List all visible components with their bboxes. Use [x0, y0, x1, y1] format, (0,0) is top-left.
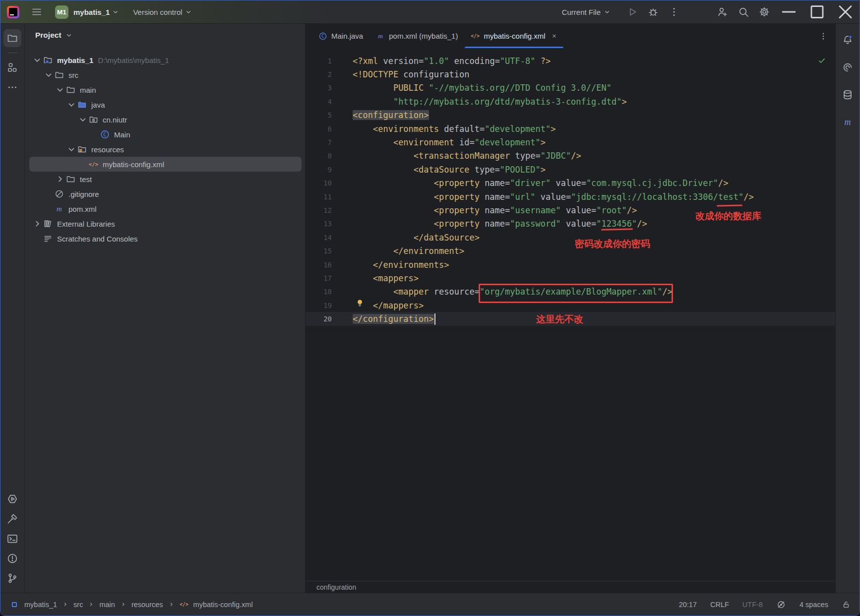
line-number: 6	[306, 125, 353, 133]
code-line-8[interactable]: 8 <transactionManager type="JDBC"/>	[306, 149, 835, 163]
chevron-down-icon[interactable]	[43, 69, 54, 80]
code-token: >	[541, 165, 546, 175]
lock-open-icon[interactable]	[842, 600, 851, 609]
tool-window-button-database[interactable]	[839, 86, 857, 104]
indent-widget[interactable]: 4 spaces	[799, 601, 828, 609]
project-badge[interactable]: M1	[55, 5, 68, 19]
tree-item-Main[interactable]: CMain	[29, 127, 302, 142]
tab-options-icon[interactable]	[818, 31, 828, 41]
breadcrumb-item[interactable]: mybatis-config.xml	[193, 601, 253, 609]
svg-text:</>: </>	[471, 33, 480, 39]
tree-item-java[interactable]: java	[29, 97, 302, 112]
tree-item-main[interactable]: main	[29, 82, 302, 97]
tool-window-button-problems[interactable]	[3, 550, 21, 567]
editor-tab-mybatis-config.xml[interactable]: </>mybatis-config.xml	[464, 24, 563, 48]
settings-gear-icon[interactable]	[754, 6, 775, 18]
tree-item-mybatis_1[interactable]: mybatis_1D:\mybatis\mybatis_1	[29, 53, 302, 67]
tool-window-button-structure[interactable]	[3, 59, 21, 76]
code-line-14[interactable]: 14 </dataSource>	[306, 231, 835, 244]
inspections-ok-icon[interactable]	[817, 56, 826, 65]
code-line-17[interactable]: 17 <mappers>	[306, 271, 835, 285]
code-line-4[interactable]: 4 "http://mybatis.org/dtd/mybatis-3-conf…	[306, 95, 835, 108]
tree-item-cn.niutr[interactable]: cn.niutr	[29, 112, 302, 127]
code-with-me-icon[interactable]	[712, 6, 733, 18]
tree-item-label: pom.xml	[68, 205, 97, 213]
line-ending-widget[interactable]: CRLF	[710, 601, 729, 609]
chevron-down-icon[interactable]	[32, 55, 43, 65]
run-button[interactable]	[622, 6, 643, 18]
svg-text:m: m	[378, 32, 383, 40]
code-line-11[interactable]: 11 <property name="url" value="jdbc:mysq…	[306, 190, 835, 203]
tool-window-button-run[interactable]	[3, 490, 21, 508]
code-line-10[interactable]: 10 <property name="driver" value="com.my…	[306, 177, 835, 190]
chevron-down-icon[interactable]	[55, 84, 65, 95]
code-token	[353, 83, 393, 93]
code-token	[353, 178, 434, 188]
maximize-button[interactable]	[803, 0, 831, 23]
tool-window-button-ai-assistant[interactable]	[839, 59, 857, 76]
minimize-button[interactable]	[775, 0, 803, 23]
main-menu-icon[interactable]	[28, 3, 46, 20]
breadcrumb-tag[interactable]: configuration	[316, 583, 356, 591]
search-everywhere-icon[interactable]	[733, 6, 754, 18]
intention-bulb-icon[interactable]	[355, 298, 365, 308]
run-configuration-selector[interactable]: Current File	[562, 8, 611, 16]
tree-item-src[interactable]: src	[29, 67, 302, 82]
caret-position-widget[interactable]: 20:17	[679, 601, 697, 609]
library-icon	[43, 219, 53, 229]
code-line-15[interactable]: 15 </environment>	[306, 244, 835, 257]
folder-icon	[6, 32, 18, 44]
tool-window-button-version-control[interactable]	[3, 569, 21, 587]
close-tab-icon[interactable]	[551, 33, 557, 39]
code-line-7[interactable]: 7 <environment id="development">	[306, 135, 835, 149]
code-line-5[interactable]: 5<configuration>	[306, 109, 835, 122]
tree-item-pom.xml[interactable]: mpom.xml	[29, 201, 302, 216]
project-switcher[interactable]: mybatis_1	[73, 8, 120, 16]
project-panel-header[interactable]: Project	[25, 24, 305, 47]
line-number: 14	[306, 234, 353, 242]
chevron-right-icon[interactable]	[32, 218, 43, 229]
vcs-widget[interactable]: Version control	[133, 8, 192, 16]
tool-window-button-project[interactable]	[3, 29, 21, 47]
code-line-1[interactable]: 1<?xml version="1.0" encoding="UTF-8" ?>	[306, 54, 835, 67]
tree-item-Scratches-and-Consoles[interactable]: Scratches and Consoles	[29, 231, 302, 246]
code-line-16[interactable]: 16 </environments>	[306, 258, 835, 271]
code-line-3[interactable]: 3 PUBLIC "-//mybatis.org//DTD Config 3.0…	[306, 81, 835, 95]
breadcrumb-item[interactable]: mybatis_1	[24, 601, 57, 609]
tree-item-label: cn.niutr	[103, 116, 127, 124]
code-line-9[interactable]: 9 <dataSource type="POOLED">	[306, 163, 835, 176]
tool-window-button-notifications[interactable]	[839, 31, 857, 49]
code-line-2[interactable]: 2<!DOCTYPE configuration	[306, 67, 835, 81]
code-token: >	[621, 97, 626, 107]
chevron-down-icon[interactable]	[77, 114, 88, 125]
chevron-right-icon[interactable]	[55, 174, 65, 185]
editor-tab-pom.xml[interactable]: mpom.xml (mybatis_1)	[369, 24, 464, 48]
tool-window-button-terminal[interactable]	[3, 530, 21, 548]
editor-tab-Main.java[interactable]: CMain.java	[312, 24, 369, 48]
editor[interactable]: 1<?xml version="1.0" encoding="UTF-8" ?>…	[306, 48, 835, 581]
svg-text:</>: </>	[180, 602, 188, 607]
tool-window-button-build[interactable]	[3, 510, 21, 528]
highlighting-level-icon[interactable]	[776, 600, 786, 610]
chevron-down-icon[interactable]	[66, 144, 77, 155]
breadcrumb-separator-icon	[88, 601, 94, 608]
breadcrumb-item[interactable]: resources	[131, 601, 163, 609]
code-token: />	[571, 151, 581, 161]
tree-item-.gitignore[interactable]: .gitignore	[29, 186, 302, 201]
more-actions-icon[interactable]	[664, 6, 684, 18]
breadcrumb-item[interactable]: src	[73, 601, 83, 609]
breadcrumb-item[interactable]: main	[99, 601, 115, 609]
encoding-widget[interactable]: UTF-8	[742, 601, 763, 609]
code-line-6[interactable]: 6 <environments default="development">	[306, 122, 835, 135]
debug-button[interactable]	[643, 6, 664, 18]
tool-window-button-more-tool-windows[interactable]	[3, 78, 21, 96]
toolbar-divider	[7, 53, 17, 53]
close-button[interactable]	[831, 0, 860, 23]
chevron-down-icon[interactable]	[66, 99, 77, 110]
tree-item-mybatis-config.xml[interactable]: </>mybatis-config.xml	[29, 157, 302, 172]
tree-item-test[interactable]: test	[29, 172, 302, 186]
tree-item-External-Libraries[interactable]: External Libraries	[29, 216, 302, 231]
tree-item-resources[interactable]: resources	[29, 142, 302, 157]
tree-item-label: mybatis_1	[57, 56, 93, 64]
tool-window-button-maven[interactable]: m	[839, 113, 857, 131]
